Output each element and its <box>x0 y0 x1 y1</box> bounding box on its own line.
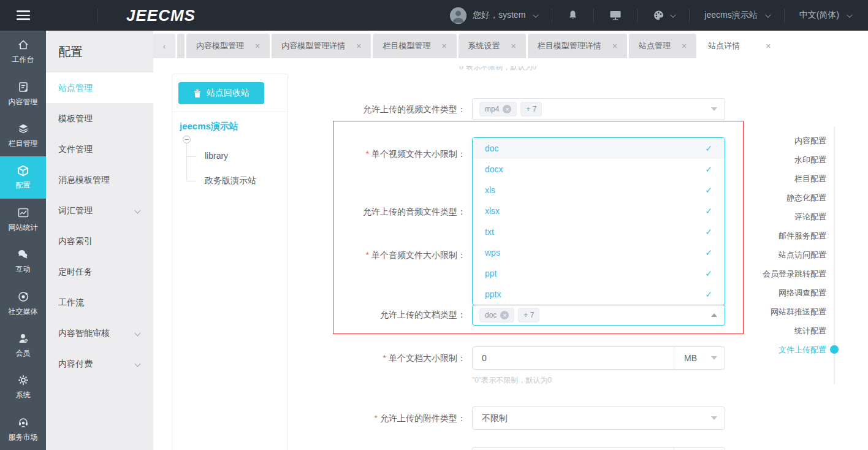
tab-column-model-detail[interactable]: 栏目模型管理详情 × <box>528 34 627 58</box>
site-recycle-bin-button[interactable]: 站点回收站 <box>178 82 264 104</box>
language-switcher[interactable]: 中文(简体) <box>799 10 851 21</box>
trash-icon <box>193 89 202 98</box>
more-tags-count: + 7 <box>518 308 539 322</box>
active-anchor-dot <box>830 345 839 354</box>
topbar-divider <box>593 9 594 22</box>
dropdown-option-doc[interactable]: doc ✓ <box>473 138 725 159</box>
tree-root-node[interactable]: jeecms演示站 <box>180 121 287 132</box>
theme-palette-icon[interactable] <box>652 9 665 21</box>
language-label: 中文(简体) <box>799 10 839 21</box>
next-size-input-partial[interactable] <box>472 447 725 450</box>
topbar-divider <box>552 9 552 22</box>
menu-toggle-icon[interactable] <box>17 10 30 20</box>
tab-close-icon[interactable]: × <box>682 42 687 50</box>
tab-partial <box>177 34 185 58</box>
submenu-item-content-ai-review[interactable]: 内容智能审核 <box>46 318 153 348</box>
tabs-scroll-left-button[interactable]: ‹ <box>153 34 175 58</box>
dropdown-option-pptx[interactable]: pptx ✓ <box>473 284 725 305</box>
chevron-down-icon[interactable] <box>670 12 676 18</box>
sidebar-item-system[interactable]: 系统 <box>0 366 46 408</box>
dropdown-option-xls[interactable]: xls ✓ <box>473 180 725 200</box>
check-icon: ✓ <box>705 206 712 216</box>
site-tree-panel: 站点回收站 jeecms演示站 library 政务版演示站 <box>172 74 288 450</box>
sidebar-item-workbench[interactable]: 工作台 <box>0 31 46 72</box>
sidebar-item-interaction[interactable]: 互动 <box>0 240 46 282</box>
tree-node-library[interactable]: library <box>186 143 287 168</box>
tree-node-gov-demo-site[interactable]: 政务版演示站 <box>186 168 287 194</box>
submenu-title: 配置 <box>46 31 153 72</box>
dropdown-option-txt[interactable]: txt ✓ <box>473 221 725 242</box>
submenu-item-vocabulary-management[interactable]: 词汇管理 <box>46 195 153 226</box>
video-type-select[interactable]: mp4 × + 7 <box>472 98 725 120</box>
social-orbit-icon <box>17 290 29 303</box>
dropdown-option-ppt[interactable]: ppt ✓ <box>473 263 725 284</box>
audio-type-label: 允许上传的音频文件类型： <box>325 200 466 223</box>
caret-down-icon <box>711 107 717 111</box>
dropdown-option-xlsx[interactable]: xlsx ✓ <box>473 200 725 221</box>
submenu-item-content-payment[interactable]: 内容付费 <box>46 348 153 379</box>
tag-remove-icon[interactable]: × <box>500 311 509 319</box>
sidebar-item-column-management[interactable]: 栏目管理 <box>0 115 46 156</box>
check-icon: ✓ <box>705 289 712 299</box>
line-chart-icon <box>17 206 29 219</box>
config-submenu: 配置 站点管理 模板管理 文件管理 消息模板管理 词汇管理 内容索引 定时任务 … <box>46 31 153 450</box>
chat-bubbles-icon <box>17 248 29 261</box>
check-icon: ✓ <box>705 269 712 278</box>
chevron-down-icon <box>135 208 141 214</box>
tab-content-model-detail[interactable]: 内容模型管理详情 × <box>272 34 371 58</box>
submenu-item-content-index[interactable]: 内容索引 <box>46 226 153 256</box>
tree-children: library 政务版演示站 <box>186 143 287 194</box>
dropdown-option-docx[interactable]: docx ✓ <box>473 159 725 180</box>
tab-close-icon[interactable]: × <box>511 42 516 50</box>
sidebar-item-site-statistics[interactable]: 网站统计 <box>0 199 46 240</box>
sidebar-item-member[interactable]: 会员 <box>0 324 46 366</box>
chevron-down-icon[interactable] <box>765 12 771 18</box>
topbar-divider <box>97 9 98 22</box>
sidebar-item-content-management[interactable]: 内容管理 <box>0 72 46 114</box>
submenu-item-file-management[interactable]: 文件管理 <box>46 134 153 164</box>
tab-close-icon[interactable]: × <box>356 42 361 50</box>
doc-type-select[interactable]: doc × + 7 <box>472 305 725 326</box>
tab-close-icon[interactable]: × <box>441 42 446 50</box>
anchor-file-upload-config[interactable]: 文件上传配置 <box>642 340 826 359</box>
submenu-item-message-template-management[interactable]: 消息模板管理 <box>46 164 153 195</box>
sidebar-item-service-market[interactable]: 服务市场 <box>0 408 46 450</box>
tree-collapse-icon[interactable] <box>183 135 191 143</box>
chevron-down-icon <box>135 361 141 367</box>
chevron-down-icon <box>847 12 853 18</box>
site-switcher[interactable]: jeecms演示站 <box>704 10 757 21</box>
attach-type-label: *允许上传的附件类型： <box>325 407 466 429</box>
selected-tag-doc: doc × <box>479 308 514 322</box>
tag-remove-icon[interactable]: × <box>503 105 511 113</box>
user-greeting[interactable]: 您好，system <box>473 10 525 21</box>
monitor-icon[interactable] <box>609 9 622 21</box>
tab-close-icon[interactable]: × <box>766 42 771 50</box>
caret-up-icon <box>711 313 717 317</box>
tab-close-icon[interactable]: × <box>612 42 617 50</box>
submenu-item-scheduled-tasks[interactable]: 定时任务 <box>46 256 153 287</box>
tab-system-settings[interactable]: 系统设置 × <box>459 34 526 58</box>
user-avatar[interactable] <box>450 7 466 24</box>
attach-type-select[interactable]: 不限制 <box>472 406 725 430</box>
gear-icon <box>17 373 29 387</box>
sidebar-item-social-media[interactable]: 社交媒体 <box>0 282 46 324</box>
submenu-item-site-management[interactable]: 站点管理 <box>46 72 153 103</box>
more-tags-count: + 7 <box>520 102 542 116</box>
audio-size-label: *单个音频文件大小限制： <box>325 244 466 266</box>
dropdown-option-wps[interactable]: wps ✓ <box>473 242 725 263</box>
chevron-down-icon[interactable] <box>533 12 539 18</box>
sidebar-item-config[interactable]: 配置 <box>0 156 46 198</box>
notification-bell-icon[interactable] <box>567 9 579 21</box>
tab-site-management[interactable]: 站点管理 × <box>629 34 696 58</box>
tab-site-detail[interactable]: 站点详情 × <box>698 34 780 58</box>
submenu-item-workflow[interactable]: 工作流 <box>46 287 153 318</box>
jeecms-admin-page: JEECMS 您好，system <box>0 0 868 450</box>
tab-content-model-management[interactable]: 内容模型管理 × <box>186 34 270 58</box>
tab-close-icon[interactable]: × <box>255 42 260 50</box>
submenu-item-template-management[interactable]: 模板管理 <box>46 103 153 134</box>
tab-column-model-management[interactable]: 栏目模型管理 × <box>373 34 456 58</box>
video-type-label: 允许上传的视频文件类型： <box>325 98 466 120</box>
document-icon <box>17 80 29 94</box>
open-tabs-bar: ‹ 内容模型管理 × 内容模型管理详情 × 栏目模型管理 × 系统设置 × 栏目… <box>153 34 868 58</box>
person-icon <box>17 332 29 345</box>
